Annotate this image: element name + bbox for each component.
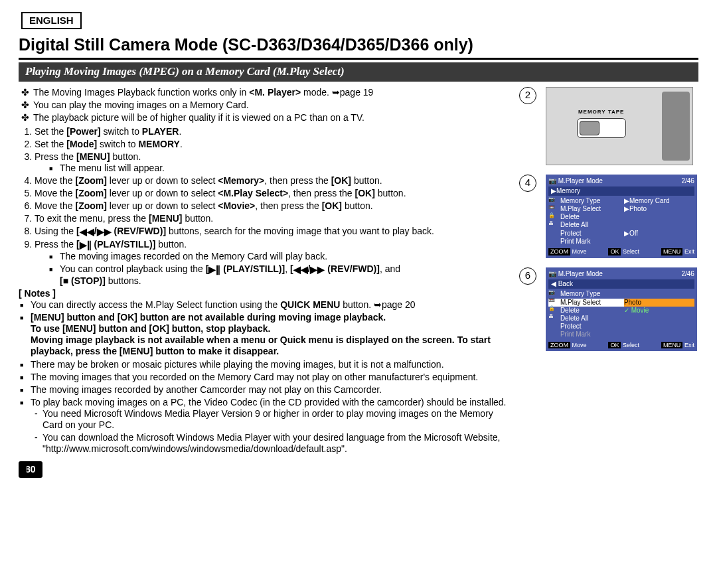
osd-screen-6: 📷📼🔒🖶 📷 M.Player Mode2/46 ◀ Back Memory T… [546, 267, 697, 351]
mode-switch-illustration: MEMORY TAPE [546, 87, 693, 165]
page-title: Digital Still Camera Mode (SC-D363/D364/… [19, 35, 698, 60]
page-number: 80 [19, 461, 42, 478]
steps-list: Set the [Power] switch to PLAYER. Set th… [19, 126, 513, 287]
language-box: ENGLISH [21, 12, 82, 29]
step-ref-6: 6 [519, 267, 536, 285]
step-ref-4: 4 [519, 175, 536, 192]
notes-list: You can directly access the M.Play Selec… [19, 299, 513, 455]
notes-label: [ Notes ] [19, 288, 513, 299]
diagrams: 2 MEMORY TAPE 4 📷📼🔒🖶 📷 M.Player Mode2/46… [519, 87, 698, 361]
body-text: The Moving Images Playback function work… [19, 87, 513, 478]
intro-list: The Moving Images Playback function work… [19, 87, 513, 123]
osd-screen-4: 📷📼🔒🖶 📷 M.Player Mode2/46 ▶Memory Memory … [546, 175, 697, 258]
step-ref-2: 2 [519, 87, 536, 104]
section-subheader: Playing Moving Images (MPEG) on a Memory… [19, 62, 698, 82]
